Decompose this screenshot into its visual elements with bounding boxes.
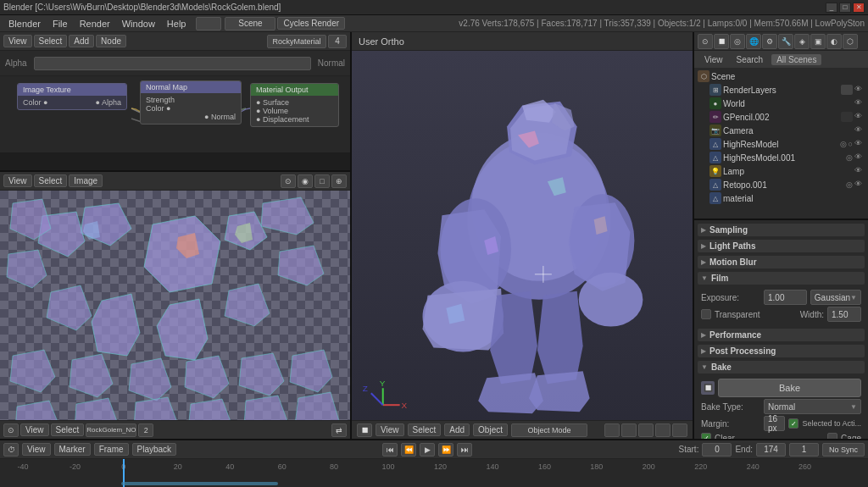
step-back-btn[interactable]: ⏪ (401, 443, 416, 457)
rt-btn-4[interactable]: 🌐 (746, 34, 761, 49)
outliner-tab-all-scenes[interactable]: All Scenes (771, 54, 821, 65)
section-performance-header[interactable]: ▶ Performance (698, 329, 865, 341)
minimize-button[interactable]: _ (826, 3, 837, 13)
uv-mode-icon[interactable]: ⊙ (3, 423, 19, 437)
timeline-icon[interactable]: ⏱ (3, 443, 19, 457)
outliner-item-retopo001[interactable]: △ Retopo.001 ◎ 👁 (694, 178, 868, 191)
uv-bottom-select-btn[interactable]: Select (51, 423, 85, 436)
renderlayers-eye[interactable]: 👁 (854, 85, 865, 95)
width-input[interactable]: 1.50 (827, 307, 861, 322)
hm001-eye[interactable]: 👁 (854, 152, 865, 163)
vt-4[interactable] (655, 423, 670, 437)
vt-1[interactable] (604, 423, 620, 437)
node-image-texture[interactable]: Image Texture Color ● ● Alpha (17, 83, 127, 110)
gpencil-eye[interactable]: 👁 (854, 112, 865, 122)
material-selector[interactable]: RockyMaterial (267, 35, 326, 48)
rt-btn-10[interactable]: ⬡ (843, 34, 858, 49)
transparent-checkbox[interactable] (701, 309, 711, 319)
rt-btn-3[interactable]: ◎ (730, 34, 745, 49)
jump-start-btn[interactable]: ⏮ (382, 443, 398, 457)
outliner-item-renderlayers[interactable]: ⊞ RenderLayers 👁 (694, 83, 868, 97)
renderlayers-props[interactable] (841, 85, 853, 95)
viewport-select-btn[interactable]: Select (408, 423, 442, 436)
outliner-item-material[interactable]: △ material (694, 191, 868, 205)
viewport-content[interactable]: X Y Z (1) LowPolyStoneGolem 🔲 View Sel (352, 51, 693, 439)
menu-blender[interactable]: Blender (3, 17, 46, 30)
timeline-ruler[interactable]: -40 -20 0 20 40 60 80 100 120 140 160 18… (0, 459, 868, 487)
maximize-button[interactable]: □ (839, 3, 851, 13)
selected-to-active-checkbox[interactable]: ✓ (788, 418, 798, 429)
node-node-btn[interactable]: Node (96, 35, 126, 47)
uv-canvas[interactable] (0, 191, 350, 420)
outliner-tab-view[interactable]: View (699, 54, 728, 65)
node-graph[interactable]: Image Texture Color ● ● Alpha Normal Map… (0, 76, 350, 152)
hm001-restrict[interactable]: ◎ (846, 153, 853, 162)
alpha-input[interactable] (34, 57, 311, 70)
image-name-display[interactable]: RockGolem_NOR.png (86, 423, 136, 437)
outliner-item-lamp[interactable]: 💡 Lamp 👁 (694, 164, 868, 178)
menu-render[interactable]: Render (75, 17, 115, 30)
retopo001-restrict[interactable]: ◎ (846, 180, 853, 189)
highresmodel-eye[interactable]: 👁 (854, 139, 865, 149)
camera-eye[interactable]: 👁 (854, 125, 865, 136)
exposure-input[interactable]: 1.00 (764, 290, 807, 305)
object-mode-selector[interactable]: Object Mode (511, 423, 587, 437)
rt-btn-5[interactable]: ⚙ (762, 34, 777, 49)
outliner-item-gpencil[interactable]: ✏ GPencil.002 👁 (694, 110, 868, 124)
vt-3[interactable] (638, 423, 654, 437)
clear-checkbox[interactable]: ✓ (701, 433, 711, 439)
menu-file[interactable]: File (47, 17, 73, 30)
section-light-paths-header[interactable]: ▶ Light Paths (698, 240, 865, 252)
bake-button[interactable]: Bake (718, 379, 861, 397)
rt-btn-7[interactable]: ◈ (794, 34, 810, 49)
uv-editor[interactable]: View Select Image ⊙ ◉ □ ⊕ (0, 172, 350, 439)
timeline-playback-btn[interactable]: Playback (132, 443, 177, 456)
section-film-header[interactable]: ▼ Film (698, 272, 865, 285)
uv-image-btn[interactable]: Image (69, 174, 103, 187)
viewport-object-btn[interactable]: Object (473, 423, 508, 436)
uv-tool-1[interactable]: ⊙ (281, 174, 296, 188)
world-eye[interactable]: 👁 (854, 98, 865, 108)
cage-checkbox[interactable] (827, 433, 837, 439)
margin-input[interactable]: 16 px (764, 416, 785, 431)
uv-sync-btn[interactable]: ⇄ (331, 423, 347, 437)
bake-icon[interactable]: 🔲 (701, 381, 715, 395)
uv-select-btn[interactable]: Select (34, 174, 68, 187)
section-motion-blur-header[interactable]: ▶ Motion Blur (698, 256, 865, 268)
gpencil-props[interactable] (841, 112, 853, 122)
highresmodel-restrict-2[interactable]: ○ (849, 140, 853, 148)
node-add-btn[interactable]: Add (69, 35, 94, 47)
bake-type-dropdown[interactable]: Normal ▼ (764, 399, 861, 414)
uv-view-btn[interactable]: View (3, 174, 32, 187)
timeline-frame-btn[interactable]: Frame (94, 443, 129, 456)
filter-dropdown[interactable]: Gaussian ▼ (810, 290, 861, 305)
node-editor[interactable]: View Select Add Node RockyMaterial 4 Alp… (0, 32, 350, 172)
outliner-item-scene[interactable]: ⬡ Scene (694, 69, 868, 83)
start-frame-input[interactable]: 0 (702, 443, 732, 457)
timeline-marker-btn[interactable]: Marker (54, 443, 91, 456)
uv-tool-3[interactable]: □ (314, 174, 330, 188)
uv-tool-4[interactable]: ⊕ (331, 174, 347, 188)
no-sync-btn[interactable]: No Sync (822, 443, 865, 457)
viewport-add-btn[interactable]: Add (444, 423, 470, 436)
close-button[interactable]: ✕ (853, 3, 865, 13)
node-normal-map[interactable]: Normal Map Strength Color ● ● Normal (140, 80, 242, 125)
jump-end-btn[interactable]: ⏭ (457, 443, 472, 457)
viewport-view-btn[interactable]: View (376, 423, 404, 436)
uv-tool-2[interactable]: ◉ (298, 174, 313, 188)
menu-window[interactable]: Window (117, 17, 160, 30)
outliner-item-highresmodel001[interactable]: △ HighResModel.001 ◎ 👁 (694, 151, 868, 164)
node-view-btn[interactable]: View (3, 35, 32, 47)
rt-btn-8[interactable]: ▣ (810, 34, 826, 49)
rt-btn-1[interactable]: ⊙ (698, 34, 713, 49)
vt-2[interactable] (621, 423, 637, 437)
lamp-eye[interactable]: 👁 (854, 166, 865, 176)
uv-bottom-view-btn[interactable]: View (20, 423, 49, 436)
vt-5[interactable] (672, 423, 687, 437)
current-frame-input[interactable]: 1 (789, 443, 819, 457)
viewport-mode-icon[interactable]: 🔲 (357, 423, 372, 437)
node-material-output[interactable]: Material Output ● Surface ● Volume ● Dis… (250, 83, 339, 127)
end-frame-input[interactable]: 174 (756, 443, 786, 457)
rt-btn-2[interactable]: 🔲 (714, 34, 729, 49)
outliner-item-camera[interactable]: 📷 Camera 👁 (694, 124, 868, 137)
